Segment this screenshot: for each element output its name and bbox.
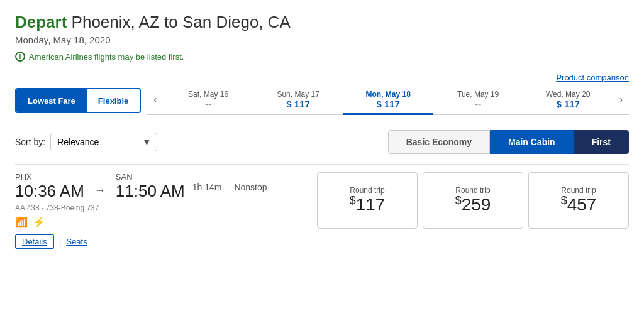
lowest-fare-button[interactable]: Lowest Fare xyxy=(16,89,87,112)
next-date-arrow[interactable]: › xyxy=(613,94,629,106)
price-card-0[interactable]: Round trip$117 xyxy=(317,172,418,229)
cabin-buttons: Basic EconomyMain CabinFirst xyxy=(388,130,629,154)
flight-duration: 1h 14m xyxy=(192,182,222,192)
price-card-amount-2: $457 xyxy=(561,195,597,215)
page-title-block: Depart Phoenix, AZ to San Diego, CA Mond… xyxy=(15,13,629,45)
origin-block: PHX 10:36 AM xyxy=(15,172,84,201)
airports-row: PHX 10:36 AM → SAN 11:50 AM 1h 14m Nonst… xyxy=(15,172,317,201)
origin-code: PHX xyxy=(15,172,84,182)
prev-date-arrow[interactable]: ‹ xyxy=(147,94,163,106)
product-comparison-row: Product comparison xyxy=(15,73,629,82)
price-card-1[interactable]: Round trip$259 xyxy=(423,172,523,229)
pipe-divider: | xyxy=(59,237,62,247)
date-price-3: -- xyxy=(475,99,481,109)
date-nav: ‹ Sat, May 16--Sun, May 17$ 117Mon, May … xyxy=(147,86,629,115)
flight-stops: Nonstop xyxy=(234,182,267,192)
date-cell-0[interactable]: Sat, May 16-- xyxy=(164,86,253,115)
amenities: 📶 ⚡ xyxy=(15,216,317,228)
price-card-amount-1: $259 xyxy=(455,195,491,215)
date-label-4: Wed, May 20 xyxy=(546,90,590,99)
date-price-2: $ 117 xyxy=(376,99,400,109)
flight-arrow-icon: → xyxy=(94,184,106,197)
aa-notice-bar: i American Airlines flights may be liste… xyxy=(15,52,629,62)
aa-notice-text: American Airlines flights may be listed … xyxy=(29,52,184,62)
date-price-4: $ 117 xyxy=(556,99,580,109)
date-cell-2[interactable]: Mon, May 18$ 117 xyxy=(343,86,433,115)
depart-word: Depart xyxy=(15,13,67,31)
sort-select[interactable]: Relevance xyxy=(50,133,157,151)
date-cell-4[interactable]: Wed, May 20$ 117 xyxy=(523,86,613,115)
date-label-0: Sat, May 16 xyxy=(188,90,228,99)
wifi-icon: 📶 xyxy=(15,216,28,228)
date-cells: Sat, May 16--Sun, May 17$ 117Mon, May 18… xyxy=(164,86,613,114)
fare-toggle: Lowest Fare Flexible xyxy=(15,88,141,113)
date-label-1: Sun, May 17 xyxy=(277,90,319,99)
sort-select-wrapper: Relevance ▼ xyxy=(50,133,157,151)
date-label-2: Mon, May 18 xyxy=(365,90,410,99)
product-comparison-link[interactable]: Product comparison xyxy=(556,73,629,82)
flight-row: PHX 10:36 AM → SAN 11:50 AM 1h 14m Nonst… xyxy=(15,164,629,249)
arrival-time: 11:50 AM xyxy=(116,182,185,201)
date-label-3: Tue, May 19 xyxy=(457,90,499,99)
seats-link[interactable]: Seats xyxy=(66,237,87,246)
power-icon: ⚡ xyxy=(33,216,45,228)
destination-code: SAN xyxy=(116,172,185,182)
departure-time: 10:36 AM xyxy=(15,182,84,201)
route-heading: Depart Phoenix, AZ to San Diego, CA xyxy=(15,13,629,32)
price-card-2[interactable]: Round trip$457 xyxy=(528,172,629,229)
cabin-btn-2[interactable]: First xyxy=(574,130,629,154)
flight-meta: AA 438 · 738-Boeing 737 xyxy=(15,204,317,212)
price-card-amount-0: $117 xyxy=(350,195,386,215)
info-icon: i xyxy=(15,52,25,62)
date-strip-wrapper: Lowest Fare Flexible ‹ Sat, May 16--Sun,… xyxy=(15,86,629,115)
date-cell-1[interactable]: Sun, May 17$ 117 xyxy=(253,86,343,115)
details-button[interactable]: Details xyxy=(15,234,54,249)
sort-label: Sort by: xyxy=(15,137,45,147)
sort-cabin-row: Sort by: Relevance ▼ Basic EconomyMain C… xyxy=(15,130,629,154)
flight-links: Details | Seats xyxy=(15,234,317,249)
flight-info: PHX 10:36 AM → SAN 11:50 AM 1h 14m Nonst… xyxy=(15,172,317,249)
date-price-0: -- xyxy=(205,99,211,109)
duration-nonstop: 1h 14m Nonstop xyxy=(192,182,267,192)
cabin-btn-1[interactable]: Main Cabin xyxy=(490,130,574,154)
route-text: Phoenix, AZ to San Diego, CA xyxy=(72,13,291,31)
date-cell-3[interactable]: Tue, May 19-- xyxy=(433,86,523,115)
date-price-1: $ 117 xyxy=(286,99,310,109)
cabin-btn-0[interactable]: Basic Economy xyxy=(388,130,490,154)
price-card-label-2: Round trip xyxy=(561,186,596,195)
price-card-label-0: Round trip xyxy=(350,186,384,195)
travel-date: Monday, May 18, 2020 xyxy=(15,35,629,45)
destination-block: SAN 11:50 AM xyxy=(116,172,185,201)
price-cards: Round trip$117Round trip$259Round trip$4… xyxy=(317,172,629,229)
price-card-label-1: Round trip xyxy=(455,186,490,195)
flexible-button[interactable]: Flexible xyxy=(87,89,140,112)
